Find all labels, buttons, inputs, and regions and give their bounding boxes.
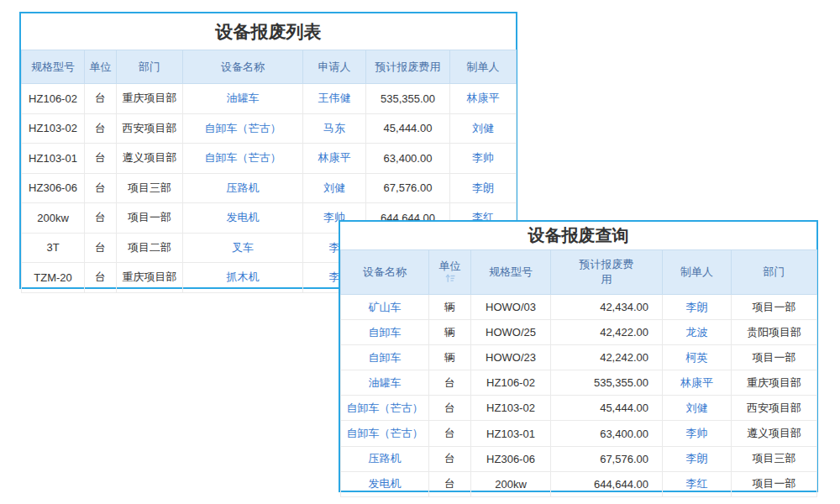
- cell-cost: 42,434.00: [551, 295, 663, 320]
- column-header-maker: 制单人: [663, 250, 732, 295]
- cell-device[interactable]: 油罐车: [341, 370, 429, 396]
- column-header-label: 部门: [139, 60, 160, 75]
- column-header-label: 部门: [764, 265, 785, 280]
- cell-unit: 台: [85, 203, 117, 234]
- cell-unit: 台: [85, 113, 117, 144]
- cell-cost: 63,400.00: [366, 144, 450, 174]
- cell-maker[interactable]: 李帅: [663, 421, 732, 446]
- cell-device[interactable]: 油罐车: [183, 84, 303, 114]
- column-header-dept: 部门: [732, 250, 817, 295]
- cell-cost: 67,576.00: [366, 173, 450, 203]
- column-header-label: 制单人: [680, 265, 713, 280]
- cell-unit: 台: [429, 446, 471, 471]
- cell-maker[interactable]: 李朗: [663, 446, 732, 471]
- column-header-label: 单位: [431, 260, 469, 273]
- cell-unit: 辆: [429, 320, 471, 345]
- cell-device[interactable]: 自卸车（芒古）: [341, 396, 429, 421]
- cell-device[interactable]: 压路机: [183, 173, 303, 203]
- cell-maker[interactable]: 龙波: [663, 320, 732, 345]
- cell-unit: 辆: [429, 295, 471, 320]
- cell-unit: 台: [85, 173, 117, 203]
- column-header-maker: 制单人: [450, 50, 517, 84]
- table-row: 自卸车辆HOWO/2542,422.00龙波贵阳项目部: [341, 320, 817, 345]
- column-header-spec: 规格型号: [471, 250, 551, 295]
- cell-cost: 63,400.00: [551, 421, 663, 446]
- cell-spec: HZ103-02: [471, 396, 551, 421]
- cell-device[interactable]: 自卸车: [341, 320, 429, 345]
- cell-dept: 重庆项目部: [117, 84, 183, 114]
- cell-maker[interactable]: 李朗: [663, 295, 732, 320]
- cell-device[interactable]: 自卸车（芒古）: [183, 113, 303, 144]
- cell-spec: HOWO/23: [471, 345, 551, 370]
- cell-maker[interactable]: 李帅: [450, 144, 517, 174]
- cell-applicant[interactable]: 王伟健: [303, 84, 366, 114]
- scrap-list-title: 设备报废列表: [21, 13, 516, 50]
- table-row: 自卸车（芒古）台HZ103-0245,444.00刘健西安项目部: [341, 396, 817, 421]
- cell-unit: 台: [85, 144, 117, 174]
- scrap-query-title: 设备报废查询: [340, 222, 816, 249]
- cell-unit: 辆: [429, 345, 471, 370]
- column-header-device: 设备名称: [341, 250, 429, 295]
- table-row: HZ103-01台遵义项目部自卸车（芒古）林康平63,400.00李帅: [22, 144, 517, 174]
- cell-dept: 项目二部: [117, 233, 183, 263]
- cell-spec: HOWO/03: [471, 295, 551, 320]
- cell-maker[interactable]: 柯英: [663, 345, 732, 370]
- cell-device[interactable]: 自卸车: [341, 345, 429, 370]
- cell-spec: HOWO/25: [471, 320, 551, 345]
- cell-maker[interactable]: 李朗: [450, 173, 517, 203]
- cell-dept: 项目一部: [732, 295, 817, 320]
- cell-unit: 台: [85, 233, 117, 263]
- cell-cost: 535,355.00: [551, 370, 663, 396]
- table-row: 油罐车台HZ106-02535,355.00林康平重庆项目部: [341, 370, 817, 396]
- cell-unit: 台: [85, 263, 117, 293]
- table-row: HZ106-02台重庆项目部油罐车王伟健535,355.00林康平: [22, 84, 517, 114]
- header-row: 设备名称单位规格型号预计报废费用制单人部门: [341, 250, 817, 295]
- cell-maker[interactable]: 林康平: [663, 370, 732, 396]
- column-header-label: 规格型号: [31, 60, 75, 75]
- cell-device[interactable]: 发电机: [183, 203, 303, 234]
- cell-dept: 西安项目部: [732, 396, 817, 421]
- cell-spec: HZ103-02: [22, 113, 85, 144]
- sort-ascending-icon[interactable]: [431, 273, 469, 285]
- cell-dept: 贵阳项目部: [732, 320, 817, 345]
- cell-dept: 项目一部: [117, 203, 183, 234]
- cell-spec: HZ103-01: [22, 144, 85, 174]
- cell-device[interactable]: 压路机: [341, 446, 429, 471]
- cell-dept: 项目一部: [732, 471, 817, 496]
- column-header-label: 预计报废费用: [375, 60, 441, 75]
- cell-spec: 200kw: [471, 471, 551, 496]
- cell-maker[interactable]: 林康平: [450, 84, 517, 114]
- table-row: 自卸车辆HOWO/2342,242.00柯英项目一部: [341, 345, 817, 370]
- column-header-label: 设备名称: [363, 265, 407, 280]
- cell-dept: 重庆项目部: [117, 263, 183, 293]
- cell-device[interactable]: 发电机: [341, 471, 429, 496]
- cell-maker[interactable]: 刘健: [663, 396, 732, 421]
- cell-maker[interactable]: 刘健: [450, 113, 517, 144]
- scrap-query-table: 设备名称单位规格型号预计报废费用制单人部门矿山车辆HOWO/0342,434.0…: [340, 249, 817, 497]
- cell-unit: 台: [429, 370, 471, 396]
- cell-spec: HZ306-06: [471, 446, 551, 471]
- cell-dept: 项目三部: [732, 446, 817, 471]
- cell-device[interactable]: 叉车: [183, 233, 303, 263]
- cell-device[interactable]: 自卸车（芒古）: [183, 144, 303, 174]
- cell-dept: 遵义项目部: [117, 144, 183, 174]
- cell-maker[interactable]: 李红: [663, 471, 732, 496]
- cell-device[interactable]: 抓木机: [183, 263, 303, 293]
- cell-dept: 西安项目部: [117, 113, 183, 144]
- cell-cost: 45,444.00: [366, 113, 450, 144]
- column-header-label: 制单人: [467, 60, 500, 75]
- cell-applicant[interactable]: 马东: [303, 113, 366, 144]
- cell-spec: 200kw: [22, 203, 85, 234]
- cell-dept: 遵义项目部: [732, 421, 817, 446]
- cell-cost: 45,444.00: [551, 396, 663, 421]
- cell-device[interactable]: 矿山车: [341, 295, 429, 320]
- cell-cost: 67,576.00: [551, 446, 663, 471]
- column-header-label: 规格型号: [489, 265, 533, 280]
- cell-applicant[interactable]: 刘健: [303, 173, 366, 203]
- table-row: HZ306-06台项目三部压路机刘健67,576.00李朗: [22, 173, 517, 203]
- column-header-applicant: 申请人: [303, 50, 366, 84]
- cell-device[interactable]: 自卸车（芒古）: [341, 421, 429, 446]
- column-header-label: 单位: [90, 60, 112, 75]
- table-row: 自卸车（芒古）台HZ103-0163,400.00李帅遵义项目部: [341, 421, 817, 446]
- cell-applicant[interactable]: 林康平: [303, 144, 366, 174]
